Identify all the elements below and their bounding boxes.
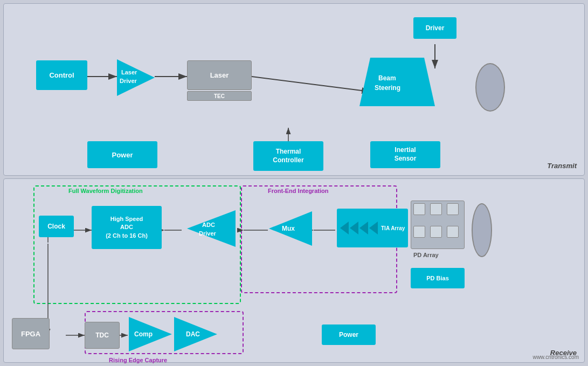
svg-text:Comp: Comp	[134, 330, 153, 338]
full-waveform-label: Full Waveform Digitization	[68, 188, 143, 194]
pd-cell	[447, 226, 459, 238]
adc-driver-block: ADC Driver	[187, 210, 236, 247]
laser-block: Laser TEC	[187, 60, 252, 101]
svg-text:Laser: Laser	[121, 69, 137, 75]
svg-text:Driver: Driver	[199, 230, 217, 237]
svg-text:Driver: Driver	[120, 78, 137, 84]
inertial-sensor-block: Inertial Sensor	[370, 141, 440, 168]
svg-marker-9	[359, 58, 435, 106]
high-speed-adc-block: High Speed ADC (2 Ch to 16 Ch)	[92, 206, 162, 249]
receive-panel: Receive Full Waveform Digitization Front…	[3, 178, 585, 363]
svg-marker-24	[187, 210, 236, 247]
driver-block: Driver	[413, 17, 456, 39]
receive-power-block: Power	[322, 324, 376, 345]
rising-edge-label: Rising Edge Capture	[109, 357, 167, 363]
pd-cell	[413, 203, 425, 215]
watermark: www.cntronics.com	[532, 354, 579, 360]
pd-cell	[430, 226, 442, 238]
comp-block: Comp	[129, 317, 172, 351]
front-end-label: Front-End Integration	[268, 188, 328, 194]
transmit-panel: Transmit Control Laser Driver	[3, 3, 585, 176]
pd-cell	[430, 203, 442, 215]
fpga-block: FPGA	[12, 318, 50, 349]
thermal-controller-block: Thermal Controller	[253, 141, 323, 171]
pd-array-label: PD Array	[413, 252, 439, 258]
pd-cell	[447, 203, 459, 215]
main-container: Transmit Control Laser Driver	[0, 0, 588, 366]
laser-driver-block: Laser Driver	[117, 59, 155, 96]
clock-block: Clock	[39, 216, 74, 237]
receive-ellipse	[472, 203, 492, 257]
tec-block: TEC	[187, 91, 252, 101]
pd-cell	[413, 226, 425, 238]
mux-block: Mux	[269, 211, 312, 246]
svg-text:Steering: Steering	[375, 84, 400, 92]
tdc-block: TDC	[85, 322, 120, 349]
laser-inner: Laser	[187, 60, 252, 90]
transmit-power-block: Power	[87, 141, 157, 168]
dac-block: DAC	[174, 317, 217, 351]
svg-text:Beam: Beam	[378, 74, 396, 82]
transmit-ellipse	[475, 63, 505, 112]
svg-text:Mux: Mux	[282, 225, 295, 232]
svg-line-2	[252, 77, 370, 92]
pd-bias-block: PD Bias	[411, 268, 465, 288]
svg-text:DAC: DAC	[186, 330, 200, 338]
pd-array-block	[411, 201, 465, 249]
beam-steering-block: Beam Steering	[359, 58, 435, 106]
control-block: Control	[36, 60, 87, 90]
transmit-label: Transmit	[547, 162, 577, 170]
tia-array-block: TIA Array	[337, 209, 408, 247]
svg-text:ADC: ADC	[202, 222, 215, 228]
